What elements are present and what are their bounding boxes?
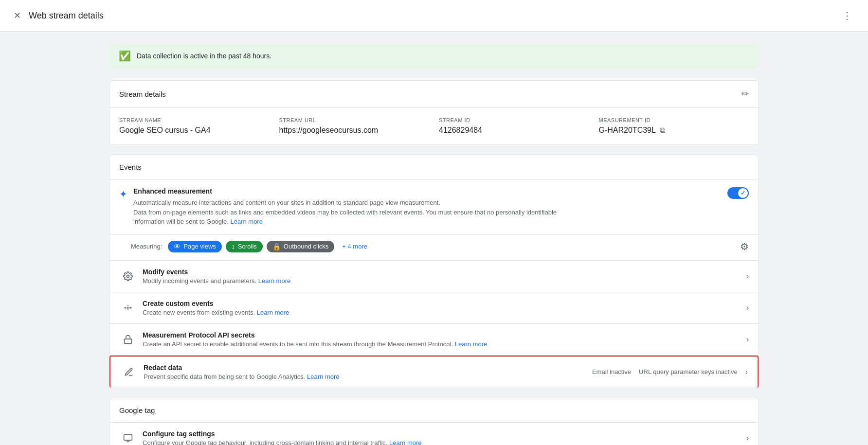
modify-events-icon	[119, 267, 137, 285]
modify-events-learn-more[interactable]: Learn more	[258, 277, 290, 285]
svg-point-2	[130, 307, 131, 308]
chip-scrolls[interactable]: ↕ Scrolls	[226, 241, 263, 252]
alert-text: Data collection is active in the past 48…	[137, 52, 271, 60]
events-card: Events ✦ Enhanced measurement Automatica…	[109, 155, 759, 388]
redact-data-learn-more[interactable]: Learn more	[307, 373, 339, 380]
em-learn-more-link[interactable]: Learn more	[230, 218, 262, 225]
create-custom-events-chevron: ›	[746, 303, 749, 312]
create-custom-events-icon	[119, 299, 137, 317]
chip-more[interactable]: + 4 more	[338, 241, 371, 252]
em-title: Enhanced measurement	[133, 187, 571, 195]
configure-tag-icon	[119, 429, 137, 445]
redact-data-title: Redact data	[144, 364, 592, 372]
configure-tag-title: Configure tag settings	[143, 430, 746, 438]
svg-point-0	[127, 275, 129, 277]
page-wrapper: ✕ Web stream details ⋮ ✅ Data collection…	[0, 0, 868, 445]
measurement-protocol-icon	[119, 331, 137, 348]
em-desc-line2: Data from on-page elements such as links…	[133, 209, 557, 226]
measurement-protocol-title: Measurement Protocol API secrets	[143, 331, 746, 339]
chip-outbound-clicks[interactable]: 🔒 Outbound clicks	[267, 241, 335, 252]
enhanced-measurement-section: ✦ Enhanced measurement Automatically mea…	[109, 179, 759, 235]
toggle-checkmark: ✓	[741, 190, 745, 196]
create-custom-events-learn-more[interactable]: Learn more	[257, 309, 289, 316]
redact-url-status: URL query parameter keys inactive	[639, 368, 738, 375]
create-custom-events-content: Create custom events Create new events f…	[143, 300, 746, 316]
configure-tag-desc: Configure your Google tag behaviour, inc…	[143, 439, 746, 445]
modify-events-title: Modify events	[143, 268, 746, 276]
redact-data-content: Redact data Prevent specific data from b…	[144, 364, 592, 380]
stream-id-field: STREAM ID 4126829484	[439, 117, 589, 135]
more-options-button[interactable]: ⋮	[838, 8, 856, 23]
create-custom-events-row[interactable]: Create custom events Create new events f…	[109, 292, 759, 324]
svg-rect-4	[125, 339, 132, 343]
enhanced-measurement-toggle[interactable]: ✓	[727, 187, 749, 199]
google-tag-header: Google tag	[109, 398, 759, 423]
chip-scrolls-label: Scrolls	[238, 243, 257, 250]
configure-tag-row[interactable]: Configure tag settings Configure your Go…	[109, 423, 759, 445]
stream-details-title: Stream details	[119, 90, 166, 98]
measurement-protocol-desc: Create an API secret to enable additiona…	[143, 340, 746, 348]
stream-id-value: 4126829484	[439, 126, 589, 135]
main-content: ✅ Data collection is active in the past …	[93, 32, 775, 445]
measuring-row: Measuring: 👁 Page views ↕ Scrolls 🔒 Ou	[109, 235, 759, 261]
page-title: Web stream details	[29, 11, 104, 21]
stream-id-label: STREAM ID	[439, 117, 589, 123]
toggle[interactable]: ✓	[727, 187, 749, 199]
outbound-clicks-icon: 🔒	[272, 243, 281, 250]
modify-events-row[interactable]: Modify events Modify incoming events and…	[109, 261, 759, 292]
modify-events-right: ›	[746, 272, 749, 281]
scrolls-icon: ↕	[232, 243, 235, 250]
measurement-protocol-right: ›	[746, 335, 749, 344]
enhanced-measurement-icon: ✦	[119, 188, 127, 200]
measuring-left: Measuring: 👁 Page views ↕ Scrolls 🔒 Ou	[131, 241, 371, 252]
modify-events-chevron: ›	[746, 272, 749, 281]
svg-rect-5	[124, 434, 132, 440]
stream-name-label: STREAM NAME	[119, 117, 270, 123]
events-header: Events	[109, 155, 759, 179]
stream-details-header: Stream details ✏	[109, 81, 759, 107]
redact-data-right: Email inactive URL query parameter keys …	[592, 368, 748, 376]
redact-data-row[interactable]: Redact data Prevent specific data from b…	[109, 356, 759, 388]
redact-data-icon	[120, 363, 138, 381]
measurement-protocol-content: Measurement Protocol API secrets Create …	[143, 331, 746, 348]
redact-email-status: Email inactive	[592, 368, 631, 375]
alert-banner: ✅ Data collection is active in the past …	[109, 43, 759, 69]
stream-url-label: STREAM URL	[279, 117, 430, 123]
stream-name-field: STREAM NAME Google SEO cursus - GA4	[119, 117, 270, 135]
chip-page-views-label: Page views	[183, 243, 216, 250]
edit-icon[interactable]: ✏	[741, 89, 749, 99]
settings-gear-icon[interactable]: ⚙	[740, 241, 749, 252]
toggle-thumb: ✓	[738, 188, 748, 198]
measuring-label: Measuring:	[131, 243, 162, 250]
stream-url-field: STREAM URL https://googleseocursus.com	[279, 117, 430, 135]
configure-tag-learn-more[interactable]: Learn more	[389, 439, 421, 445]
configure-tag-content: Configure tag settings Configure your Go…	[143, 430, 746, 445]
configure-tag-right: ›	[746, 434, 749, 443]
stream-name-value: Google SEO cursus - GA4	[119, 126, 270, 135]
measurement-id-value: G-HAR20TC39L	[599, 126, 656, 135]
measuring-chips: 👁 Page views ↕ Scrolls 🔒 Outbound clicks…	[168, 241, 371, 252]
header: ✕ Web stream details ⋮	[0, 0, 868, 32]
create-custom-events-title: Create custom events	[143, 300, 746, 307]
google-tag-card: Google tag Configure tag settings Config…	[109, 398, 759, 445]
modify-events-desc: Modify incoming events and parameters. L…	[143, 277, 746, 285]
measurement-id-field: MEASUREMENT ID G-HAR20TC39L ⧉	[599, 117, 749, 135]
measurement-protocol-learn-more[interactable]: Learn more	[455, 340, 487, 348]
measurement-protocol-chevron: ›	[746, 335, 749, 344]
em-content: Enhanced measurement Automatically measu…	[133, 187, 571, 227]
close-button[interactable]: ✕	[12, 9, 23, 22]
redact-data-chevron: ›	[745, 368, 748, 376]
em-desc-line1: Automatically measure interactions and c…	[133, 199, 440, 206]
redact-data-desc: Prevent specific data from being sent to…	[144, 373, 592, 380]
page-views-icon: 👁	[174, 243, 181, 250]
measurement-protocol-row[interactable]: Measurement Protocol API secrets Create …	[109, 324, 759, 356]
copy-icon[interactable]: ⧉	[660, 126, 665, 135]
stream-info: STREAM NAME Google SEO cursus - GA4 STRE…	[109, 107, 759, 144]
chip-page-views[interactable]: 👁 Page views	[168, 241, 221, 252]
measurement-id-row: G-HAR20TC39L ⧉	[599, 126, 749, 135]
measurement-id-label: MEASUREMENT ID	[599, 117, 749, 123]
check-icon: ✅	[119, 50, 131, 62]
chip-outbound-clicks-label: Outbound clicks	[284, 243, 329, 250]
stream-details-card: Stream details ✏ STREAM NAME Google SEO …	[109, 80, 759, 145]
stream-url-value: https://googleseocursus.com	[279, 126, 430, 135]
